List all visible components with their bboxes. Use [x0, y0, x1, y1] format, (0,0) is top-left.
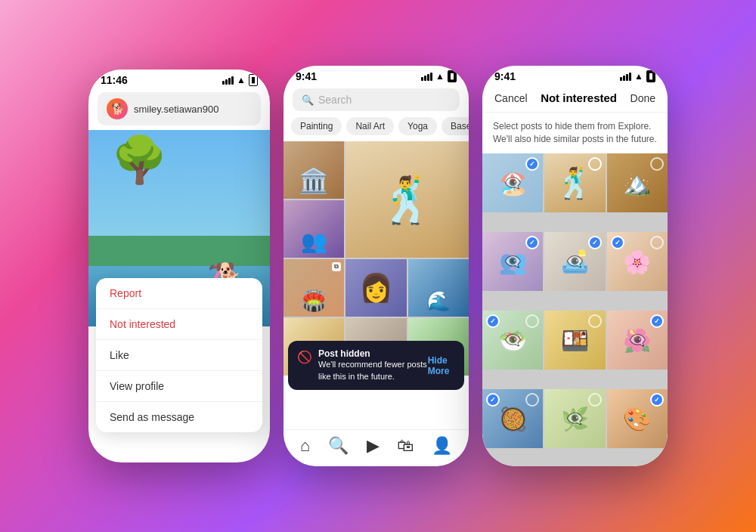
sel-cell-3[interactable]: 🏔️ [607, 153, 668, 212]
search-area: 🔍 Search [284, 84, 469, 117]
check-7 [525, 314, 539, 328]
menu-report[interactable]: Report [96, 278, 262, 309]
status-icons-3: ▲ ▮ [620, 70, 655, 82]
sel-cell-6[interactable]: 🌸 ✓ [607, 232, 668, 291]
check-5: ✓ [588, 236, 602, 249]
check-3 [650, 157, 664, 171]
post-hidden-toast: 🚫 Post hidden We'll recommend fewer post… [288, 341, 464, 390]
check-10 [525, 393, 539, 407]
explore-grid: 🏛️ 🕺 👥 🏟️ ⧉ 👩 [284, 141, 469, 429]
check-2 [588, 157, 602, 171]
grid-cell-coastal: 🌊 [408, 259, 469, 317]
grid-cell-dance: 🕺 [345, 141, 469, 258]
wifi-icon-3: ▲ [634, 71, 643, 82]
menu-send-message[interactable]: Send as message [96, 402, 262, 432]
phone-2: 9:41 ▲ ▮ 🔍 Search Painting N [284, 66, 469, 466]
grid-cell-arch: 🏛️ [284, 141, 344, 199]
sel-cell-1[interactable]: 🏖️ 👁‍🗨 ✓ [482, 153, 543, 212]
done-button[interactable]: Done [631, 92, 655, 104]
video-badge: ⧉ [332, 262, 341, 271]
nav-shop[interactable]: 🛍 [397, 436, 414, 456]
subtitle-text: Select posts to hide them from Explore. … [482, 113, 668, 153]
check-6 [650, 236, 664, 249]
search-bar[interactable]: 🔍 Search [293, 88, 460, 111]
check-11 [588, 393, 602, 407]
grid-cell-woman: 👩 [345, 259, 406, 317]
menu-like[interactable]: Like [96, 340, 262, 371]
nav-search[interactable]: 🔍 [328, 436, 349, 456]
sel-cell-7[interactable]: 🥗 👁‍🗨 ✓ [482, 311, 543, 370]
nav-profile[interactable]: 👤 [432, 436, 452, 456]
chip-painting[interactable]: Painting [291, 117, 342, 135]
time-3: 9:41 [494, 70, 516, 82]
story-header: smiley.setiawan900 [98, 92, 261, 125]
status-bar-2: 9:41 ▲ ▮ [284, 66, 469, 84]
cancel-button[interactable]: Cancel [494, 92, 528, 104]
status-bar-3: 9:41 ▲ ▮ [482, 66, 668, 84]
phone-3: 9:41 ▲ ▮ Cancel Not interested Done Sele… [482, 66, 668, 466]
battery-icon-2: ▮ [448, 70, 457, 82]
battery-icon-3: ▮ [646, 70, 655, 82]
time-2: 9:41 [296, 70, 317, 82]
chip-yoga[interactable]: Yoga [398, 117, 437, 135]
page-title: Not interested [541, 91, 617, 104]
time-1: 11:46 [101, 74, 128, 86]
signal-icon-2 [421, 73, 432, 81]
check-1: ✓ [525, 157, 539, 171]
sel-cell-11[interactable]: 🌿 👁‍🗨 [544, 389, 605, 448]
toast-title: Post hidden [318, 348, 428, 359]
battery-icon: ▮ [249, 74, 258, 85]
nav-home[interactable]: ⌂ [300, 436, 310, 456]
sel-cell-2[interactable]: 🕺 [544, 153, 605, 212]
signal-icon [222, 76, 234, 85]
sel-cell-4[interactable]: 👥 👁‍🗨 ✓ [482, 232, 543, 291]
sel-cell-8[interactable]: 🍱 [544, 311, 605, 370]
context-menu: Report Not interested Like View profile … [96, 278, 262, 432]
tree-icon: 🌳 [111, 138, 168, 183]
check-8 [588, 314, 602, 328]
menu-not-interested[interactable]: Not interested [96, 309, 262, 340]
check-4: ✓ [525, 236, 539, 249]
username-label: smiley.setiawan900 [134, 104, 218, 115]
chip-nail-art[interactable]: Nail Art [346, 117, 394, 135]
status-icons-2: ▲ ▮ [421, 70, 457, 82]
check-9: ✓ [650, 314, 664, 328]
wifi-icon: ▲ [237, 75, 246, 85]
grid-cell-people: 👥 [284, 200, 344, 258]
search-placeholder: Search [318, 94, 352, 106]
sel-cell-5[interactable]: 🛋️ 👁‍🗨 ✓ [544, 232, 605, 291]
topic-chips: Painting Nail Art Yoga Base [284, 117, 469, 141]
sel-cell-12[interactable]: 🎨 ✓ [607, 389, 668, 448]
sel-cell-9[interactable]: 🌺 👁‍🗨 ✓ [607, 311, 668, 370]
hidden-icon: 🚫 [297, 350, 312, 364]
phone-1: 11:46 ▲ ▮ smiley.setiawan900 🌳 [88, 70, 270, 462]
nav-reels[interactable]: ▶ [367, 436, 380, 456]
toast-subtitle: We'll recommend fewer posts like this in… [318, 359, 428, 382]
check-12: ✓ [650, 393, 664, 407]
grid-cell-arch2: 🏟️ ⧉ [284, 259, 344, 317]
search-icon: 🔍 [302, 94, 314, 106]
not-interested-header: Cancel Not interested Done [482, 84, 668, 113]
menu-view-profile[interactable]: View profile [96, 371, 262, 402]
bottom-nav: ⌂ 🔍 ▶ 🛍 👤 [284, 429, 469, 466]
status-bar-1: 11:46 ▲ ▮ [88, 70, 270, 88]
signal-icon-3 [620, 73, 631, 81]
chip-base[interactable]: Base [442, 117, 469, 135]
avatar [107, 98, 128, 119]
hide-more-button[interactable]: Hide More [428, 355, 455, 376]
wifi-icon-2: ▲ [435, 71, 445, 82]
status-icons-1: ▲ ▮ [222, 74, 258, 85]
sel-cell-10[interactable]: 🥘 ✓ [482, 389, 543, 448]
